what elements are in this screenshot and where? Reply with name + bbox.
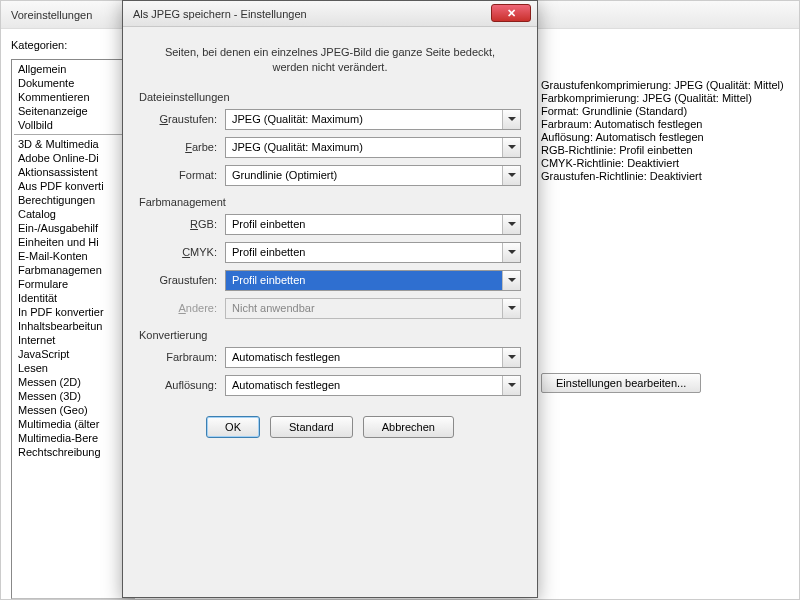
- combo-value: Nicht anwendbar: [232, 302, 315, 314]
- category-item[interactable]: Messen (3D): [12, 389, 134, 403]
- color-management-group: Farbmanagement RGB: Profil einbetten CMY…: [139, 196, 521, 319]
- cancel-button[interactable]: Abbrechen: [363, 416, 454, 438]
- rgb-label: RGB:: [139, 218, 217, 230]
- category-item[interactable]: Kommentieren: [12, 90, 134, 104]
- summary-line: CMYK-Richtlinie: Deaktiviert: [541, 157, 787, 170]
- category-item[interactable]: Catalog: [12, 207, 134, 221]
- summary-line: Farbraum: Automatisch festlegen: [541, 118, 787, 131]
- dialog-title: Als JPEG speichern - Einstellungen: [133, 8, 307, 20]
- category-item[interactable]: JavaScript: [12, 347, 134, 361]
- category-item[interactable]: E-Mail-Konten: [12, 249, 134, 263]
- chevron-down-icon: [502, 215, 520, 234]
- category-item[interactable]: Ein-/Ausgabehilf: [12, 221, 134, 235]
- preferences-title: Voreinstellungen: [11, 9, 92, 21]
- standard-button[interactable]: Standard: [270, 416, 353, 438]
- combo-value: JPEG (Qualität: Maximum): [232, 113, 363, 125]
- category-item[interactable]: Multimedia-Bere: [12, 431, 134, 445]
- edit-settings-button[interactable]: Einstellungen bearbeiten...: [541, 373, 701, 393]
- category-separator: [14, 134, 132, 135]
- category-item[interactable]: Internet: [12, 333, 134, 347]
- combo-value: Automatisch festlegen: [232, 379, 340, 391]
- category-item[interactable]: Messen (2D): [12, 375, 134, 389]
- category-item[interactable]: Multimedia (älter: [12, 417, 134, 431]
- category-item[interactable]: Vollbild: [12, 118, 134, 132]
- file-settings-title: Dateieinstellungen: [139, 91, 521, 103]
- grayscale-label: Graustufen:: [139, 113, 217, 125]
- category-item[interactable]: Einheiten und Hi: [12, 235, 134, 249]
- chevron-down-icon: [502, 166, 520, 185]
- colorspace-combo[interactable]: Automatisch festlegen: [225, 347, 521, 368]
- conversion-title: Konvertierung: [139, 329, 521, 341]
- combo-value: JPEG (Qualität: Maximum): [232, 141, 363, 153]
- category-item[interactable]: Allgemein: [12, 62, 134, 76]
- category-item[interactable]: In PDF konvertier: [12, 305, 134, 319]
- cmyk-combo[interactable]: Profil einbetten: [225, 242, 521, 263]
- chevron-down-icon: [502, 110, 520, 129]
- grayscale-combo[interactable]: JPEG (Qualität: Maximum): [225, 109, 521, 130]
- chevron-down-icon: [502, 243, 520, 262]
- conversion-group: Konvertierung Farbraum: Automatisch fest…: [139, 329, 521, 396]
- combo-value: Profil einbetten: [232, 246, 305, 258]
- chevron-down-icon: [502, 376, 520, 395]
- combo-value: Automatisch festlegen: [232, 351, 340, 363]
- summary-line: RGB-Richtlinie: Profil einbetten: [541, 144, 787, 157]
- file-settings-group: Dateieinstellungen Graustufen: JPEG (Qua…: [139, 91, 521, 186]
- chevron-down-icon: [502, 138, 520, 157]
- grayscale-cm-combo[interactable]: Profil einbetten: [225, 270, 521, 291]
- category-item[interactable]: Farbmanagemen: [12, 263, 134, 277]
- categories-panel: Kategorien: Allgemein Dokumente Kommenti…: [1, 29, 141, 599]
- summary-line: Graustufenkomprimierung: JPEG (Qualität:…: [541, 79, 787, 92]
- dialog-info-text: Seiten, bei denen ein einzelnes JPEG-Bil…: [139, 39, 521, 91]
- resolution-label: Auflösung:: [139, 379, 217, 391]
- combo-value: Profil einbetten: [232, 274, 305, 286]
- summary-line: Format: Grundlinie (Standard): [541, 105, 787, 118]
- category-item[interactable]: Dokumente: [12, 76, 134, 90]
- close-button[interactable]: ✕: [491, 4, 531, 22]
- category-item[interactable]: Formulare: [12, 277, 134, 291]
- color-combo[interactable]: JPEG (Qualität: Maximum): [225, 137, 521, 158]
- cmyk-label: CMYK:: [139, 246, 217, 258]
- chevron-down-icon: [502, 299, 520, 318]
- combo-value: Profil einbetten: [232, 218, 305, 230]
- summary-line: Graustufen-Richtlinie: Deaktiviert: [541, 170, 787, 183]
- summary-line: Auflösung: Automatisch festlegen: [541, 131, 787, 144]
- chevron-down-icon: [502, 271, 520, 290]
- jpeg-settings-dialog: Als JPEG speichern - Einstellungen ✕ Sei…: [122, 0, 538, 598]
- rgb-combo[interactable]: Profil einbetten: [225, 214, 521, 235]
- grayscale-cm-label: Graustufen:: [139, 274, 217, 286]
- close-icon: ✕: [507, 7, 516, 20]
- category-item[interactable]: 3D & Multimedia: [12, 137, 134, 151]
- other-combo: Nicht anwendbar: [225, 298, 521, 319]
- category-item[interactable]: Adobe Online-Di: [12, 151, 134, 165]
- resolution-combo[interactable]: Automatisch festlegen: [225, 375, 521, 396]
- categories-list[interactable]: Allgemein Dokumente Kommentieren Seitena…: [11, 59, 135, 599]
- format-combo[interactable]: Grundlinie (Optimiert): [225, 165, 521, 186]
- category-item[interactable]: Aus PDF konverti: [12, 179, 134, 193]
- color-management-title: Farbmanagement: [139, 196, 521, 208]
- dialog-titlebar[interactable]: Als JPEG speichern - Einstellungen ✕: [123, 1, 537, 27]
- color-label: Farbe:: [139, 141, 217, 153]
- other-label: Andere:: [139, 302, 217, 314]
- combo-value: Grundlinie (Optimiert): [232, 169, 337, 181]
- colorspace-label: Farbraum:: [139, 351, 217, 363]
- category-item[interactable]: Lesen: [12, 361, 134, 375]
- category-item[interactable]: Identität: [12, 291, 134, 305]
- ok-button[interactable]: OK: [206, 416, 260, 438]
- category-item[interactable]: Inhaltsbearbeitun: [12, 319, 134, 333]
- categories-label: Kategorien:: [11, 39, 135, 51]
- summary-line: Farbkomprimierung: JPEG (Qualität: Mitte…: [541, 92, 787, 105]
- category-item[interactable]: Rechtschreibung: [12, 445, 134, 459]
- category-item[interactable]: Seitenanzeige: [12, 104, 134, 118]
- category-item[interactable]: Messen (Geo): [12, 403, 134, 417]
- chevron-down-icon: [502, 348, 520, 367]
- dialog-button-row: OK Standard Abbrechen: [139, 406, 521, 438]
- format-label: Format:: [139, 169, 217, 181]
- category-item[interactable]: Berechtigungen: [12, 193, 134, 207]
- category-item[interactable]: Aktionsassistent: [12, 165, 134, 179]
